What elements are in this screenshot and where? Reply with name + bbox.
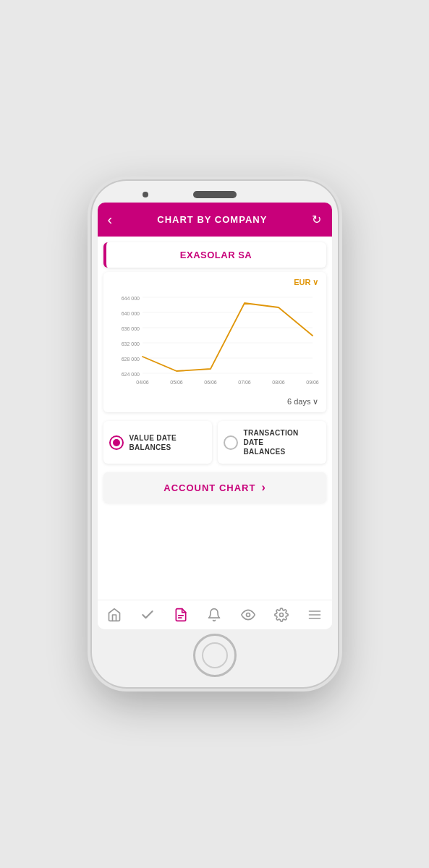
value-date-label: VALUE DATEBALANCES	[129, 433, 177, 452]
back-button[interactable]: ‹	[108, 211, 113, 228]
svg-text:05/06: 05/06	[170, 380, 183, 385]
bell-nav-icon[interactable]	[207, 608, 221, 622]
home-nav-icon[interactable]	[107, 608, 122, 622]
transaction-date-label: TRANSACTIONDATEBALANCES	[244, 428, 299, 456]
phone-screen: ‹ CHART BY COMPANY ↻ EXASOLAR SA EUR ∨ 6…	[98, 203, 332, 629]
phone-device: ‹ CHART BY COMPANY ↻ EXASOLAR SA EUR ∨ 6…	[92, 181, 338, 687]
refresh-button[interactable]: ↻	[312, 213, 321, 226]
check-nav-icon[interactable]	[140, 608, 155, 622]
phone-camera	[143, 192, 148, 197]
svg-text:644 000: 644 000	[121, 296, 139, 301]
phone-top-bar	[98, 191, 332, 198]
company-name: EXASOLAR SA	[115, 250, 318, 260]
bottom-navigation	[98, 600, 332, 629]
company-card: EXASOLAR SA	[103, 242, 326, 268]
value-date-radio[interactable]	[109, 435, 124, 450]
gear-nav-icon[interactable]	[274, 608, 289, 622]
svg-text:08/06: 08/06	[272, 380, 285, 385]
home-button[interactable]	[193, 634, 237, 677]
svg-text:632 000: 632 000	[121, 341, 139, 346]
svg-text:04/06: 04/06	[136, 380, 149, 385]
account-chart-label: ACCOUNT CHART	[163, 482, 255, 493]
svg-point-20	[246, 613, 250, 617]
account-chart-arrow-icon: ›	[261, 481, 265, 494]
svg-text:624 000: 624 000	[121, 372, 139, 377]
chart-area: 644 000 640 000 636 000 632 000 628 000 …	[111, 290, 319, 394]
svg-text:07/06: 07/06	[238, 380, 251, 385]
svg-text:09/06: 09/06	[306, 380, 319, 385]
balance-options: VALUE DATEBALANCES TRANSACTIONDATEBALANC…	[103, 421, 326, 464]
phone-speaker	[193, 191, 237, 198]
svg-text:628 000: 628 000	[121, 357, 139, 362]
chart-container: EUR ∨ 644 000 640 000 636 000 632 000 62…	[103, 272, 326, 412]
days-selector[interactable]: 6 days ∨	[111, 397, 319, 407]
page-title: CHART BY COMPANY	[157, 214, 267, 225]
currency-selector[interactable]: EUR ∨	[111, 278, 319, 287]
account-chart-button[interactable]: ACCOUNT CHART ›	[103, 472, 326, 503]
svg-text:06/06: 06/06	[204, 380, 217, 385]
value-date-option[interactable]: VALUE DATEBALANCES	[103, 421, 212, 464]
document-nav-icon[interactable]	[174, 608, 188, 622]
transaction-date-radio[interactable]	[224, 435, 238, 450]
menu-nav-icon[interactable]	[307, 608, 322, 622]
eye-nav-icon[interactable]	[241, 608, 255, 622]
transaction-date-option[interactable]: TRANSACTIONDATEBALANCES	[218, 421, 326, 464]
svg-text:636 000: 636 000	[121, 326, 139, 331]
svg-point-21	[280, 613, 284, 617]
svg-text:640 000: 640 000	[121, 311, 139, 316]
app-header: ‹ CHART BY COMPANY ↻	[98, 203, 332, 237]
home-button-inner	[202, 642, 228, 668]
